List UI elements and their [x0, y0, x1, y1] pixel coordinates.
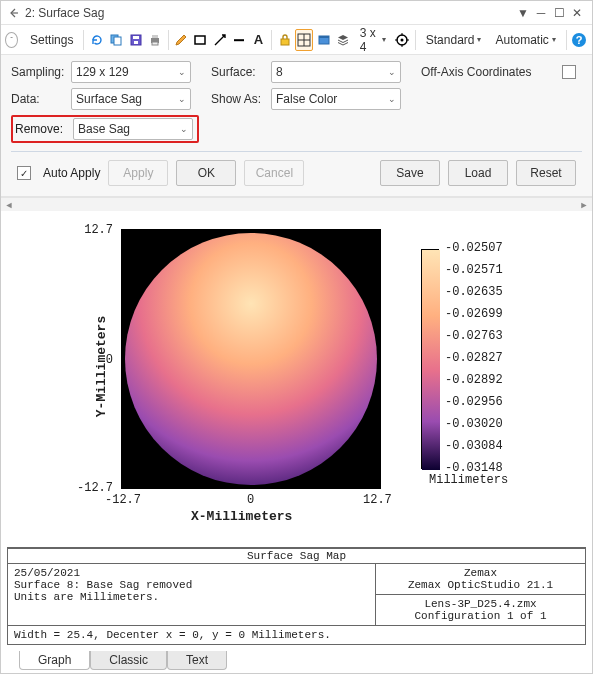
showas-label: Show As:: [211, 92, 271, 106]
dropdown-icon[interactable]: ▼: [514, 6, 532, 20]
arrow-icon[interactable]: [211, 29, 228, 51]
svg-text:?: ?: [576, 34, 583, 46]
settings-button[interactable]: Settings: [24, 29, 79, 51]
collapse-icon[interactable]: ˆ: [5, 32, 18, 48]
back-icon[interactable]: [7, 6, 21, 20]
info-bottom: Width = 25.4, Decenter x = 0, y = 0 Mill…: [8, 625, 585, 644]
apply-button[interactable]: Apply: [108, 160, 168, 186]
info-brand: Zemax: [382, 567, 579, 579]
xtick: 12.7: [363, 493, 392, 507]
colorbar: [421, 249, 439, 469]
showas-value: False Color: [276, 92, 337, 106]
save-icon[interactable]: [127, 29, 144, 51]
info-left: 25/05/2021 Surface 8: Base Sag removed U…: [8, 564, 375, 625]
remove-select[interactable]: Base Sag⌄: [73, 118, 193, 140]
line-icon[interactable]: [230, 29, 247, 51]
surface-select[interactable]: 8⌄: [271, 61, 401, 83]
maximize-icon[interactable]: ☐: [550, 6, 568, 20]
scroll-left-icon[interactable]: ◄: [1, 198, 17, 212]
colorbar-tick: -0.02892: [445, 373, 503, 387]
help-icon[interactable]: ?: [571, 29, 588, 51]
pencil-icon[interactable]: [172, 29, 189, 51]
heatmap-chart: [121, 229, 381, 489]
colorbar-tick: -0.02635: [445, 285, 503, 299]
ytick: 12.7: [84, 223, 113, 237]
horizontal-scrollbar[interactable]: ◄ ►: [1, 197, 592, 211]
offaxis-checkbox[interactable]: [562, 65, 576, 79]
info-date: 25/05/2021: [14, 567, 369, 579]
data-value: Surface Sag: [76, 92, 142, 106]
auto-apply-label: Auto Apply: [43, 166, 100, 180]
svg-point-19: [125, 233, 377, 485]
svg-rect-7: [152, 42, 158, 45]
remove-value: Base Sag: [78, 122, 130, 136]
standard-select[interactable]: Standard: [420, 29, 488, 51]
ok-button[interactable]: OK: [176, 160, 236, 186]
colorbar-ticks: -0.02507-0.02571-0.02635-0.02699-0.02763…: [445, 241, 535, 477]
text-icon[interactable]: A: [250, 29, 267, 51]
tab-classic[interactable]: Classic: [90, 651, 167, 670]
colorbar-tick: -0.02763: [445, 329, 503, 343]
scroll-right-icon[interactable]: ►: [576, 198, 592, 212]
svg-rect-13: [319, 36, 329, 38]
data-label: Data:: [11, 92, 71, 106]
colorbar-unit: Millimeters: [429, 473, 508, 487]
close-icon[interactable]: ✕: [568, 6, 586, 20]
svg-rect-20: [422, 250, 440, 470]
info-line1: Surface 8: Base Sag removed: [14, 579, 369, 591]
layers-icon[interactable]: [334, 29, 351, 51]
info-product: Zemax OpticStudio 21.1: [382, 579, 579, 591]
surface-value: 8: [276, 65, 283, 79]
minimize-icon[interactable]: ─: [532, 6, 550, 20]
svg-point-15: [401, 38, 404, 41]
automatic-select[interactable]: Automatic: [489, 29, 561, 51]
x-axis-ticks: -12.7 0 12.7: [121, 493, 381, 509]
reset-button[interactable]: Reset: [516, 160, 576, 186]
print-icon[interactable]: [146, 29, 163, 51]
lock-icon[interactable]: [276, 29, 293, 51]
colorbar-tick: -0.02699: [445, 307, 503, 321]
info-config: Configuration 1 of 1: [382, 610, 579, 622]
svg-rect-8: [195, 36, 205, 44]
grid-size-select[interactable]: 3 x 4: [354, 29, 392, 51]
svg-rect-9: [234, 39, 244, 41]
plot-area: 12.7 0 -12.7 -12.7 0 12.7 Y-Millimeters …: [1, 211, 592, 673]
info-title: Surface Sag Map: [8, 549, 585, 564]
showas-select[interactable]: False Color⌄: [271, 88, 401, 110]
tab-graph[interactable]: Graph: [19, 651, 90, 670]
surface-label: Surface:: [211, 65, 271, 79]
svg-rect-6: [152, 35, 158, 38]
data-select[interactable]: Surface Sag⌄: [71, 88, 191, 110]
y-axis-label: Y-Millimeters: [94, 316, 109, 417]
svg-rect-3: [133, 36, 139, 39]
svg-rect-1: [114, 37, 121, 45]
refresh-icon[interactable]: [88, 29, 105, 51]
xtick: 0: [247, 493, 254, 507]
sampling-label: Sampling:: [11, 65, 71, 79]
sampling-select[interactable]: 129 x 129⌄: [71, 61, 191, 83]
colorbar-tick: -0.03084: [445, 439, 503, 453]
load-button[interactable]: Load: [448, 160, 508, 186]
svg-rect-4: [134, 41, 138, 44]
colorbar-tick: -0.02507: [445, 241, 503, 255]
window-title: 2: Surface Sag: [25, 6, 514, 20]
colorbar-tick: -0.02571: [445, 263, 503, 277]
tab-text[interactable]: Text: [167, 651, 227, 670]
window-icon[interactable]: [315, 29, 332, 51]
remove-label: Remove:: [15, 122, 71, 136]
x-axis-label: X-Millimeters: [191, 509, 292, 524]
cancel-button[interactable]: Cancel: [244, 160, 304, 186]
copy-icon[interactable]: [108, 29, 125, 51]
info-right-top: Zemax Zemax OpticStudio 21.1: [376, 564, 585, 595]
grid-icon[interactable]: [295, 29, 313, 51]
auto-apply-checkbox[interactable]: ✓: [17, 166, 31, 180]
xtick: -12.7: [105, 493, 141, 507]
remove-row-highlight: Remove: Base Sag⌄: [11, 115, 199, 143]
colorbar-tick: -0.03020: [445, 417, 503, 431]
target-icon[interactable]: [394, 29, 411, 51]
rectangle-icon[interactable]: [192, 29, 209, 51]
info-right-bot: Lens-3P_D25.4.zmx Configuration 1 of 1: [376, 595, 585, 625]
svg-rect-10: [281, 39, 289, 45]
info-file: Lens-3P_D25.4.zmx: [382, 598, 579, 610]
save-button[interactable]: Save: [380, 160, 440, 186]
